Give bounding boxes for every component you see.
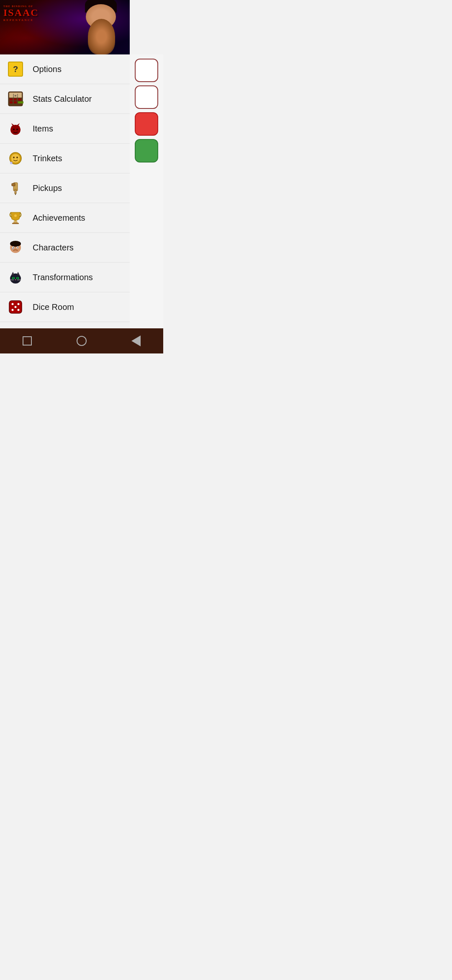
svg-rect-5: [18, 98, 21, 101]
isaac-character: [86, 8, 117, 54]
svg-text:▼: ▼: [14, 193, 17, 196]
achievements-label: Achievements: [33, 213, 85, 223]
menu-item-achievements[interactable]: Achievements: [0, 203, 130, 233]
right-btn-1[interactable]: [135, 59, 158, 82]
svg-point-18: [13, 157, 15, 158]
options-label: Options: [33, 64, 62, 74]
circle-icon: [77, 336, 87, 346]
svg-point-36: [17, 247, 18, 248]
svg-point-15: [16, 129, 18, 130]
right-btn-red[interactable]: [135, 112, 158, 136]
menu-item-bosses[interactable]: Bosses: [0, 322, 130, 328]
svg-point-17: [11, 154, 20, 163]
menu-item-trinkets[interactable]: Trinkets: [0, 144, 130, 173]
svg-point-47: [15, 279, 16, 280]
svg-rect-28: [12, 223, 19, 224]
menu-item-options[interactable]: ? Options: [0, 54, 130, 84]
menu-item-pickups[interactable]: ▼ Pickups: [0, 173, 130, 203]
svg-rect-24: [15, 189, 16, 191]
items-label: Items: [33, 124, 53, 134]
svg-point-58: [18, 309, 20, 311]
stats-label: Stats Calculator: [33, 94, 92, 104]
svg-rect-4: [14, 98, 17, 101]
navigation-bar: [0, 328, 163, 353]
svg-point-57: [12, 309, 14, 311]
pickups-label: Pickups: [33, 183, 62, 193]
transformations-icon: [7, 268, 24, 286]
trinkets-icon: [7, 150, 24, 167]
svg-point-19: [16, 157, 18, 158]
banner: THE BINDING OF ISAAC REPENTANCE: [0, 0, 130, 54]
back-nav-button[interactable]: [130, 335, 142, 347]
dice-icon: [7, 298, 24, 316]
menu-item-transformations[interactable]: Transformations: [0, 263, 130, 292]
isaac-body: [88, 19, 115, 54]
svg-rect-7: [14, 101, 17, 103]
menu-item-stats-calculator[interactable]: |=| Stats Calculator: [0, 84, 130, 114]
svg-point-21: [11, 162, 12, 164]
svg-point-56: [15, 306, 17, 308]
logo-line3: REPENTANCE: [3, 18, 39, 22]
characters-icon: [7, 239, 24, 256]
svg-text:|=|: |=|: [13, 94, 18, 98]
transformations-label: Transformations: [33, 273, 93, 282]
triangle-icon: [131, 335, 141, 346]
dice-room-label: Dice Room: [33, 302, 74, 312]
back-button[interactable]: [21, 335, 33, 347]
characters-label: Characters: [33, 243, 74, 253]
svg-point-32: [10, 241, 21, 247]
svg-rect-6: [10, 101, 13, 103]
svg-point-14: [13, 129, 15, 130]
svg-point-54: [12, 303, 14, 305]
svg-point-55: [18, 303, 20, 305]
navigation-drawer: THE BINDING OF ISAAC REPENTANCE ? Option…: [0, 0, 130, 328]
menu-item-items[interactable]: Items: [0, 114, 130, 144]
home-button[interactable]: [75, 335, 88, 347]
right-btn-2[interactable]: [135, 85, 158, 109]
svg-point-46: [17, 277, 18, 279]
stats-icon: |=|: [7, 90, 24, 108]
svg-rect-23: [12, 183, 15, 186]
right-btn-green[interactable]: [135, 139, 158, 162]
pickups-icon: ▼: [7, 179, 24, 197]
trinkets-label: Trinkets: [33, 154, 62, 163]
achievements-icon: [7, 209, 24, 227]
square-icon: [23, 336, 32, 346]
svg-point-45: [13, 277, 14, 279]
svg-point-35: [13, 247, 14, 248]
logo-line2: ISAAC: [3, 8, 39, 18]
game-logo: THE BINDING OF ISAAC REPENTANCE: [3, 5, 39, 22]
menu-item-dice-room[interactable]: Dice Room: [0, 292, 130, 322]
items-icon: [7, 120, 24, 137]
options-icon: ?: [7, 60, 24, 78]
right-panel: [130, 54, 163, 328]
svg-rect-3: [10, 98, 13, 101]
menu-item-characters[interactable]: Characters: [0, 233, 130, 263]
svg-rect-8: [18, 101, 23, 103]
svg-point-30: [14, 214, 17, 217]
svg-point-37: [12, 248, 13, 250]
